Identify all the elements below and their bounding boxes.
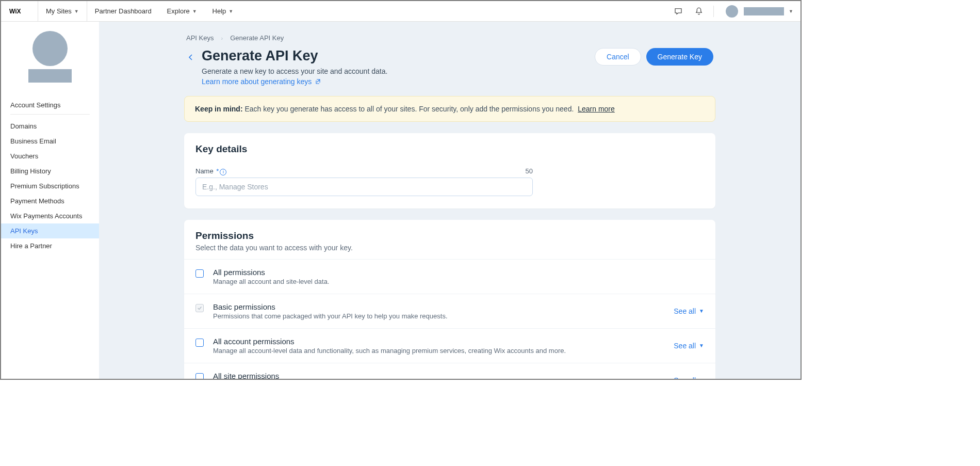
page-header: Generate API Key Generate a new key to a… — [184, 48, 715, 96]
sidebar: Account Settings Domains Business Email … — [1, 22, 99, 379]
page-subtitle: Generate a new key to access your site a… — [202, 67, 387, 75]
checkbox-site-permissions[interactable] — [195, 373, 204, 379]
nav-help[interactable]: Help ▼ — [205, 1, 241, 22]
perm-title: All account permissions — [213, 337, 674, 346]
nav-my-sites-label: My Sites — [46, 7, 72, 15]
avatar-icon — [726, 5, 738, 18]
sidebar-profile — [1, 31, 99, 83]
see-all-site[interactable]: See all ▼ — [674, 376, 704, 379]
chevron-down-icon: ▼ — [789, 9, 793, 14]
learn-more-label: Learn more about generating keys — [202, 77, 312, 86]
nav-explore-label: Explore — [167, 7, 190, 15]
checkbox-all-permissions[interactable] — [195, 269, 204, 278]
chevron-down-icon: ▼ — [228, 9, 233, 14]
perm-title: Basic permissions — [213, 302, 674, 311]
nav-partner-dashboard-label: Partner Dashboard — [95, 7, 152, 15]
info-icon[interactable]: i — [220, 169, 226, 175]
top-header: WiX My Sites ▼ Partner Dashboard Explore… — [1, 1, 801, 22]
perm-title: All site permissions — [213, 372, 674, 379]
notifications-icon[interactable] — [689, 1, 709, 22]
avatar-icon — [32, 31, 68, 66]
checkbox-basic-permissions — [195, 304, 204, 312]
divider — [713, 6, 714, 17]
user-menu[interactable]: ▼ — [718, 1, 801, 22]
breadcrumb: API Keys › Generate API Key — [184, 34, 715, 48]
notice-banner: Keep in mind: Each key you generate has … — [184, 96, 715, 122]
notice-text: Each key you generate has access to all … — [244, 105, 574, 113]
wix-logo[interactable]: WiX — [1, 1, 38, 22]
generate-key-button[interactable]: Generate Key — [646, 48, 713, 66]
perm-desc: Permissions that come packaged with your… — [213, 312, 674, 320]
chevron-down-icon: ▼ — [699, 377, 704, 379]
sidebar-item-api-keys[interactable]: API Keys — [1, 223, 99, 238]
see-all-label: See all — [674, 342, 696, 350]
chevron-down-icon: ▼ — [74, 9, 79, 14]
key-details-heading: Key details — [195, 143, 704, 155]
key-name-input[interactable] — [195, 178, 533, 196]
profile-name-placeholder — [28, 69, 72, 83]
see-all-label: See all — [674, 307, 696, 315]
perm-row-all: All permissions Manage all account and s… — [184, 259, 715, 294]
sidebar-item-vouchers[interactable]: Vouchers — [1, 149, 99, 164]
sidebar-item-hire-a-partner[interactable]: Hire a Partner — [1, 238, 99, 253]
sidebar-item-domains[interactable]: Domains — [1, 119, 99, 134]
notice-prefix: Keep in mind: — [195, 105, 243, 113]
sidebar-item-business-email[interactable]: Business Email — [1, 134, 99, 149]
main-content: API Keys › Generate API Key Generate API… — [99, 22, 801, 379]
external-link-icon — [315, 78, 321, 85]
learn-more-link[interactable]: Learn more about generating keys — [202, 77, 321, 86]
svg-text:WiX: WiX — [9, 8, 21, 15]
permissions-heading: Permissions — [195, 230, 704, 242]
nav-partner-dashboard[interactable]: Partner Dashboard — [87, 1, 159, 22]
nav-explore[interactable]: Explore ▼ — [159, 1, 205, 22]
name-char-count: 50 — [526, 167, 533, 175]
perm-desc: Manage all account-level data and functi… — [213, 347, 674, 355]
see-all-account[interactable]: See all ▼ — [674, 342, 704, 350]
permissions-card: Permissions Select the data you want to … — [184, 220, 715, 379]
sidebar-heading: Account Settings — [1, 97, 99, 114]
perm-title: All permissions — [213, 268, 704, 277]
inbox-icon[interactable] — [668, 1, 689, 22]
perm-row-site: All site permissions Manage all site-lev… — [184, 363, 715, 379]
permissions-subtitle: Select the data you want to access with … — [195, 244, 704, 252]
see-all-basic[interactable]: See all ▼ — [674, 307, 704, 315]
required-asterisk: * — [216, 167, 219, 175]
nav-help-label: Help — [213, 7, 226, 15]
key-details-card: Key details Name *i 50 — [184, 133, 715, 208]
notice-learn-more-link[interactable]: Learn more — [578, 105, 615, 113]
chevron-right-icon: › — [221, 35, 223, 41]
sidebar-item-wix-payments-accounts[interactable]: Wix Payments Accounts — [1, 208, 99, 223]
breadcrumb-current: Generate API Key — [230, 34, 284, 42]
name-label-text: Name — [195, 167, 214, 175]
sidebar-item-billing-history[interactable]: Billing History — [1, 164, 99, 179]
page-title: Generate API Key — [202, 48, 387, 64]
name-field-label: Name *i — [195, 167, 226, 175]
perm-desc: Manage all account and site-level data. — [213, 278, 704, 285]
chevron-down-icon: ▼ — [192, 9, 197, 14]
perm-row-basic: Basic permissions Permissions that come … — [184, 294, 715, 328]
divider — [10, 114, 90, 115]
chevron-down-icon: ▼ — [699, 308, 704, 314]
nav-my-sites[interactable]: My Sites ▼ — [38, 1, 87, 22]
perm-row-account: All account permissions Manage all accou… — [184, 328, 715, 363]
back-button[interactable] — [186, 50, 195, 65]
user-name-placeholder — [744, 7, 784, 15]
sidebar-item-premium-subscriptions[interactable]: Premium Subscriptions — [1, 179, 99, 194]
checkbox-account-permissions[interactable] — [195, 339, 204, 347]
sidebar-item-payment-methods[interactable]: Payment Methods — [1, 194, 99, 208]
chevron-down-icon: ▼ — [699, 343, 704, 348]
see-all-label: See all — [674, 376, 696, 379]
breadcrumb-root[interactable]: API Keys — [186, 34, 214, 42]
cancel-button[interactable]: Cancel — [595, 48, 641, 66]
